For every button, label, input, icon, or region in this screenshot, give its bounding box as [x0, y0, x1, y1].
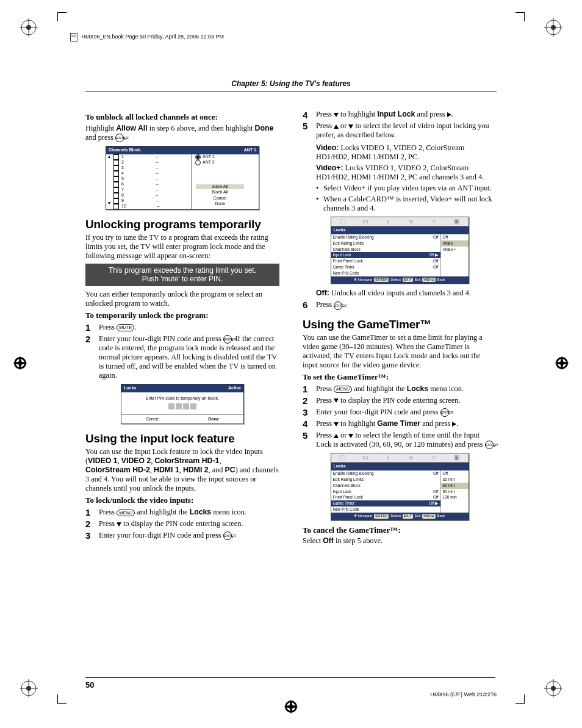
channels-block-osd: Channels BlockANT 1 ▲▼ 1– 2– 3– 4– 5– 6–…	[106, 146, 259, 210]
heading-input-lock: Using the input lock feature	[85, 431, 279, 445]
menu-key-icon: MENU	[334, 386, 352, 392]
locks-menu-osd-gametimer: ⬚▭♪⎋☆▣ Locks Enable Rating BlockingOff E…	[331, 453, 469, 520]
page-header: Chapter 5: Using the TV's features	[85, 79, 497, 92]
registration-target-icon	[553, 354, 571, 372]
text: You can use the GameTimer to set a time …	[303, 333, 497, 370]
page-number: 50	[85, 680, 94, 690]
framemaker-header: HMX96_EN.book Page 50 Friday, April 28, …	[70, 33, 224, 41]
heading-cancel-gametimer: To cancel the GameTimer™:	[303, 525, 497, 535]
down-arrow-icon	[334, 113, 339, 117]
crop-mark-icon	[516, 694, 525, 704]
crop-mark-icon	[57, 12, 66, 21]
locks-menu-osd-input: ⬚▭♪⎋☆▣ Locks Enable Rating BlockingOff E…	[331, 217, 469, 284]
down-arrow-icon	[117, 522, 121, 527]
text: Video: Locks VIDEO 1, VIDEO 2, ColorStre…	[316, 143, 497, 162]
up-arrow-icon	[334, 434, 339, 438]
heading-temp-unlock: To temporarily unlock the program:	[85, 311, 279, 320]
enter-key-icon: ENTER	[440, 408, 449, 417]
heading-unlocking: Unlocking programs temporarily	[85, 217, 279, 231]
bullet-list: Select Video+ if you play video tapes vi…	[316, 184, 497, 213]
text: Off: Unlocks all video inputs and channe…	[316, 289, 497, 298]
step-6: 6Press ENTER.	[303, 300, 497, 309]
heading-lock-video: To lock/unlock the video inputs:	[85, 496, 279, 505]
enter-key-icon: ENTER	[223, 532, 232, 540]
text: Video+: Locks VIDEO 1, VIDEO 2, ColorStr…	[316, 164, 497, 182]
registration-mark-icon	[544, 18, 562, 37]
text: You can use the Input Lock feature to lo…	[85, 447, 279, 493]
registration-target-icon	[282, 697, 300, 716]
right-arrow-icon	[452, 422, 456, 427]
framemaker-text: HMX96_EN.book Page 50 Friday, April 28, …	[82, 34, 224, 40]
enter-key-icon: ENTER	[115, 134, 124, 142]
heading-gametimer: Using the GameTimer™	[303, 317, 497, 331]
footer-code: HMX96 (E/F) Web 213:276	[431, 691, 497, 697]
steps-temp-unlock: 1Press MUTE. 2Enter your four-digit PIN …	[85, 323, 279, 380]
up-arrow-icon	[334, 124, 339, 129]
registration-mark-icon	[20, 18, 38, 37]
registration-target-icon	[11, 354, 29, 372]
enter-key-icon: ENTER	[223, 335, 232, 344]
registration-mark-icon	[544, 679, 562, 697]
menu-key-icon: MENU	[117, 510, 135, 516]
down-arrow-icon	[334, 422, 339, 427]
text: You can either temporarily unlock the pr…	[85, 290, 279, 308]
enter-key-icon: ENTER	[485, 441, 494, 449]
crop-mark-icon	[516, 12, 525, 21]
text: If you try to tune the TV to a program t…	[85, 233, 279, 261]
registration-mark-icon	[20, 679, 38, 697]
book-file-icon	[70, 33, 77, 41]
heading-set-gametimer: To set the GameTimer™:	[303, 372, 497, 382]
rating-limit-message: This program exceeds the rating limit yo…	[85, 264, 279, 286]
down-arrow-icon	[334, 398, 339, 403]
header-rule	[85, 92, 497, 92]
enter-key-icon: ENTER	[334, 301, 342, 310]
crop-mark-icon	[57, 694, 66, 704]
mute-key-icon: MUTE	[117, 324, 134, 331]
chapter-title: Chapter 5: Using the TV's features	[85, 79, 497, 88]
heading-unblock: To unblock all locked channels at once:	[85, 112, 279, 122]
right-arrow-icon	[447, 112, 451, 117]
page-content: To unblock all locked channels at once: …	[85, 110, 497, 673]
text: Select Off in step 5 above.	[303, 536, 497, 546]
text: Highlight Allow All in step 6 above, and…	[85, 124, 279, 142]
locks-pin-osd: LocksActive Enter PIN code to temporally…	[121, 384, 244, 424]
steps-gametimer: 1Press MENU and highlight the Locks menu…	[303, 384, 497, 449]
